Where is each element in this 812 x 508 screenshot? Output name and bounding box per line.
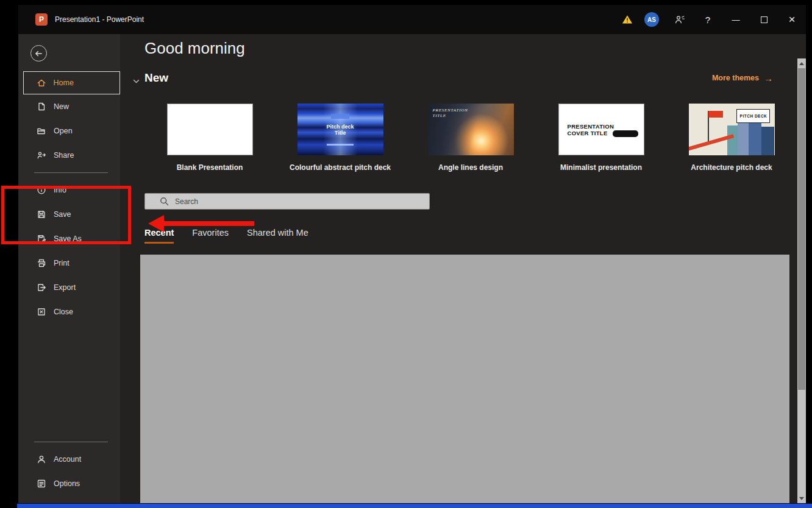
sidebar-item-label: Share — [54, 151, 74, 160]
account-icon — [37, 454, 46, 464]
template-card-colourful[interactable]: Pitch deck Title Colourful abstract pitc… — [275, 104, 405, 172]
collapse-section-chevron-icon[interactable] — [133, 76, 140, 86]
tab-label: Favorites — [192, 228, 229, 238]
template-label: Colourful abstract pitch deck — [290, 163, 391, 172]
active-tab-underline — [144, 242, 174, 244]
annotation-rectangle — [1, 186, 131, 244]
back-arrow-icon — [34, 49, 43, 58]
titlebar-left: P Presentation1 - PowerPoint — [35, 13, 144, 26]
new-file-icon — [37, 102, 46, 111]
sidebar-item-share[interactable]: Share — [18, 143, 120, 168]
window-title: Presentation1 - PowerPoint — [55, 15, 144, 24]
titlebar: P Presentation1 - PowerPoint AS — [18, 5, 806, 34]
thumb-accent-bar — [613, 130, 638, 137]
sidebar-item-home[interactable]: Home — [23, 71, 120, 94]
template-thumbnail: PITCH DECK — [689, 104, 775, 155]
sidebar-divider — [34, 442, 108, 442]
tab-shared-with-me[interactable]: Shared with Me — [247, 228, 308, 244]
sidebar-item-account[interactable]: Account — [18, 447, 120, 471]
home-icon — [37, 78, 46, 88]
search-bar[interactable] — [144, 193, 430, 210]
options-icon — [37, 479, 46, 489]
presenter-person-icon — [674, 15, 685, 24]
close-file-icon — [37, 307, 46, 317]
sidebar-item-export[interactable]: Export — [18, 275, 120, 300]
sidebar-item-label: New — [54, 102, 69, 111]
sidebar-item-label: Options — [54, 479, 80, 488]
sidebar-item-open[interactable]: Open — [18, 119, 120, 143]
sidebar-item-label: Home — [54, 79, 74, 87]
template-card-minimalist[interactable]: PRESENTATION COVER TITLE Minimalist pres… — [536, 104, 666, 172]
thumb-shape — [727, 125, 738, 155]
powerpoint-window: P Presentation1 - PowerPoint AS — [18, 5, 806, 503]
export-icon — [37, 283, 46, 292]
scrollbar[interactable] — [797, 58, 806, 503]
template-label: Minimalist presentation — [560, 163, 642, 172]
close-button[interactable]: × — [778, 5, 806, 34]
share-icon — [37, 150, 46, 160]
new-section-header: New More themes → — [144, 71, 806, 85]
more-themes-label: More themes — [712, 74, 759, 82]
scroll-up-arrow[interactable] — [797, 58, 806, 68]
warning-icon[interactable] — [617, 5, 638, 34]
template-label: Angle lines design — [438, 163, 503, 172]
account-avatar[interactable]: AS — [644, 12, 659, 27]
template-thumbnail: PRESENTATION TITLE — [428, 104, 514, 155]
app-icon-letter: P — [39, 15, 44, 24]
tab-label: Shared with Me — [247, 228, 308, 238]
template-gallery: Blank Presentation Pitch deck Title Colo… — [144, 104, 806, 172]
open-folder-icon — [37, 126, 46, 136]
sidebar-item-label: Export — [54, 283, 76, 292]
sidebar-item-new[interactable]: New — [18, 94, 120, 119]
template-card-architecture[interactable]: PITCH DECK Architecture pitch deck — [666, 104, 797, 172]
thumb-subtitle-placeholder — [327, 144, 354, 146]
print-icon — [37, 258, 46, 268]
annotation-arrow — [163, 221, 254, 226]
sidebar-item-options[interactable]: Options — [18, 471, 120, 496]
powerpoint-app-icon: P — [35, 13, 48, 26]
thumb-title: Pitch deck Title — [321, 123, 360, 135]
template-thumbnail — [167, 104, 253, 155]
template-label: Blank Presentation — [177, 163, 243, 172]
thumb-shape — [761, 127, 774, 155]
thumb-shape — [749, 120, 761, 155]
thumb-title-box: PITCH DECK — [736, 109, 770, 123]
sidebar-item-label: Account — [54, 455, 81, 464]
new-section-title: New — [144, 71, 168, 85]
file-list-tabs: Recent Favorites Shared with Me — [144, 228, 806, 244]
thumb-shape — [708, 111, 723, 118]
more-themes-link[interactable]: More themes → — [712, 73, 773, 83]
search-icon — [160, 197, 169, 206]
scrollbar-thumb[interactable] — [798, 68, 805, 390]
recent-files-panel — [140, 255, 789, 503]
help-button[interactable]: ? — [694, 5, 722, 34]
arrow-right-icon: → — [764, 73, 773, 83]
template-card-angle[interactable]: PRESENTATION TITLE Angle lines design — [405, 104, 536, 172]
template-card-blank[interactable]: Blank Presentation — [144, 104, 275, 172]
minimize-button[interactable]: — — [722, 5, 750, 34]
thumb-title: PITCH DECK — [740, 114, 767, 118]
search-input[interactable] — [175, 197, 429, 206]
template-thumbnail: PRESENTATION COVER TITLE — [558, 104, 644, 155]
annotation-arrow-head — [148, 215, 164, 232]
sidebar-item-close[interactable]: Close — [18, 300, 120, 324]
sidebar-item-print[interactable]: Print — [18, 251, 120, 275]
sidebar-item-label: Close — [54, 308, 73, 316]
template-thumbnail: Pitch deck Title — [297, 104, 383, 155]
back-button[interactable] — [30, 45, 47, 62]
taskbar-edge — [17, 504, 812, 508]
tab-favorites[interactable]: Favorites — [192, 228, 229, 244]
titlebar-right: AS ? — × — [617, 5, 806, 34]
sidebar-divider — [34, 172, 108, 173]
maximize-button[interactable] — [750, 5, 778, 34]
presenter-icon[interactable] — [666, 5, 694, 34]
template-label: Architecture pitch deck — [691, 163, 772, 172]
sidebar-spacer — [18, 324, 120, 437]
desktop-background: P Presentation1 - PowerPoint AS — [0, 0, 812, 508]
thumb-logo-placeholder — [331, 114, 349, 119]
scroll-down-arrow[interactable] — [797, 493, 806, 503]
backstage-body: Home New Open — [18, 34, 806, 503]
greeting-title: Good morning — [144, 39, 806, 57]
backstage-main: Good morning New More themes → — [120, 34, 806, 503]
warning-triangle-icon — [622, 15, 633, 24]
